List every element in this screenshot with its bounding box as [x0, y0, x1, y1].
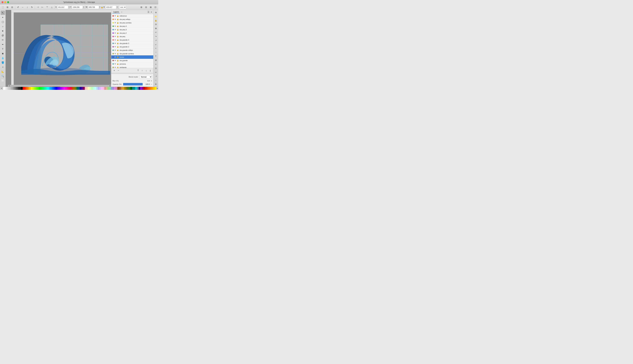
snap-btn-1[interactable]: ⊞ [139, 5, 144, 9]
palette-color-swatch[interactable] [82, 87, 83, 90]
layer-item[interactable]: 👁🔒ola grande 4 [111, 38, 153, 42]
x-arrows[interactable]: ▲ ▼ [69, 6, 70, 8]
palette-color-swatch[interactable] [111, 87, 112, 90]
minimize-button[interactable] [4, 1, 6, 3]
palette-color-swatch[interactable] [73, 87, 75, 90]
palette-color-swatch[interactable] [23, 87, 24, 90]
palette-color-swatch[interactable] [41, 87, 42, 90]
palette-color-swatch[interactable] [140, 87, 142, 90]
layer-lock-icon[interactable]: 🔒 [117, 49, 119, 51]
connector-tool[interactable]: ⌗ [1, 65, 5, 69]
palette-color-swatch[interactable] [137, 87, 139, 90]
palette-color-swatch[interactable] [147, 87, 148, 90]
palette-color-swatch[interactable] [108, 87, 109, 90]
flip-v-btn[interactable]: ↕ [25, 5, 30, 9]
palette-color-swatch[interactable] [62, 87, 63, 90]
palette-color-swatch[interactable] [129, 87, 130, 90]
y-input[interactable] [72, 6, 83, 9]
callig-tool[interactable]: ✒ [1, 42, 5, 47]
palette-color-swatch[interactable] [127, 87, 129, 90]
text-tool[interactable]: T [1, 47, 5, 51]
palette-color-swatch[interactable] [16, 87, 18, 90]
palette-color-swatch[interactable] [7, 87, 8, 90]
palette-color-swatch[interactable] [47, 87, 49, 90]
layer-lock-icon[interactable]: 🔒 [117, 28, 119, 30]
palette-color-swatch[interactable] [20, 87, 21, 90]
palette-color-swatch[interactable] [33, 87, 34, 90]
layer-visibility-icon[interactable]: 👁 [114, 42, 116, 44]
h-down-arrow[interactable]: ▼ [117, 7, 118, 8]
fr-text-btn[interactable]: T [154, 54, 158, 58]
layer-item[interactable]: 👁🔒persona [111, 62, 153, 66]
layer-visibility-icon[interactable]: 👁 [114, 53, 116, 54]
palette-color-swatch[interactable] [122, 87, 124, 90]
layer-lock-icon[interactable]: 🔒 [117, 52, 119, 54]
y-down-arrow[interactable]: ▼ [83, 7, 84, 8]
transform-btn[interactable]: ↺ [16, 5, 20, 9]
palette-color-swatch[interactable] [117, 87, 119, 90]
fr-lines-btn[interactable]: ≡ [154, 62, 158, 66]
palette-color-swatch[interactable] [135, 87, 137, 90]
palette-color-swatch[interactable] [68, 87, 70, 90]
palette-color-swatch[interactable] [24, 87, 26, 90]
layer-lock-icon[interactable]: 🔒 [117, 15, 119, 17]
tweak-tool-btn[interactable]: ⊟ [10, 5, 14, 9]
layer-lock-icon[interactable]: 🔒 [117, 66, 119, 68]
palette-color-swatch[interactable] [46, 87, 47, 90]
layer-item[interactable]: 👁🔒reference [111, 14, 153, 18]
layer-visibility-icon[interactable]: 👁 [114, 66, 116, 68]
palette-color-swatch[interactable] [72, 87, 73, 90]
palette-color-swatch[interactable] [88, 87, 90, 90]
palette-color-swatch[interactable] [101, 87, 103, 90]
star-tool[interactable]: ★ [1, 29, 5, 33]
align-center-btn[interactable]: ⊢ [40, 5, 45, 9]
fr-align-btn[interactable]: ⊣ [154, 74, 158, 78]
scroll-right-btn[interactable]: ▶ [109, 85, 111, 87]
layer-visibility-icon[interactable]: 👁 [114, 63, 116, 65]
layer-move-up-btn[interactable]: ↑ [141, 69, 144, 72]
palette-color-swatch[interactable] [109, 87, 111, 90]
snap-btn-3[interactable]: ⊠ [149, 5, 153, 9]
palette-color-swatch[interactable] [39, 87, 41, 90]
measure-tool[interactable]: 📐 [1, 70, 5, 74]
paint-bucket-tool[interactable]: 🪣 [1, 60, 5, 65]
palette-color-swatch[interactable] [67, 87, 68, 90]
snap-btn-4[interactable]: ⊡ [153, 5, 158, 9]
palette-color-swatch[interactable] [91, 87, 93, 90]
fr-redo-btn[interactable]: ↪ [154, 34, 158, 38]
palette-color-swatch[interactable] [11, 87, 13, 90]
palette-color-swatch[interactable] [3, 87, 5, 90]
canvas-area[interactable]: ✕ ▶ [6, 10, 111, 87]
palette-color-swatch[interactable] [132, 87, 134, 90]
fr-undo-btn[interactable]: ↩ [154, 30, 158, 34]
palette-color-swatch[interactable] [139, 87, 140, 90]
palette-color-swatch[interactable] [80, 87, 81, 90]
select-tool-btn[interactable]: ⬚ [1, 5, 5, 9]
palette-color-swatch[interactable] [134, 87, 135, 90]
layer-move-down-btn[interactable]: ↓ [145, 69, 148, 72]
palette-color-swatch[interactable] [38, 87, 39, 90]
palette-color-swatch[interactable] [59, 87, 60, 90]
xml-editor-icon[interactable]: ≡ [151, 11, 152, 13]
palette-color-swatch[interactable] [103, 87, 104, 90]
fr-import-btn[interactable]: ↙ [154, 42, 158, 46]
layer-lock-icon[interactable]: 🔒 [117, 46, 119, 48]
palette-color-swatch[interactable] [49, 87, 51, 90]
palette-color-swatch[interactable] [96, 87, 98, 90]
palette-color-swatch[interactable] [85, 87, 86, 90]
palette-color-swatch[interactable] [153, 87, 155, 90]
layer-item[interactable]: 👁🔒ola grande 3 [111, 42, 153, 45]
palette-color-swatch[interactable] [42, 87, 44, 90]
layers-tab-close[interactable]: ✕ [121, 11, 122, 13]
palette-color-swatch[interactable] [106, 87, 108, 90]
node-tool-btn[interactable]: ⊞ [5, 5, 10, 9]
blend-mode-select[interactable]: Normal Multiply Screen Overlay [140, 75, 152, 78]
fr-lock-btn[interactable]: 🔒 [154, 18, 158, 22]
h-arrows[interactable]: ▲ ▼ [117, 6, 118, 8]
distribute-btn[interactable]: ⊥ [50, 5, 54, 9]
layer-visibility-icon[interactable]: 👁 [114, 22, 116, 24]
fr-plus-btn[interactable]: + [154, 46, 158, 50]
palette-color-swatch[interactable] [13, 87, 15, 90]
palette-color-swatch[interactable] [26, 87, 28, 90]
fr-grid-btn[interactable]: ⊞ [154, 58, 158, 62]
